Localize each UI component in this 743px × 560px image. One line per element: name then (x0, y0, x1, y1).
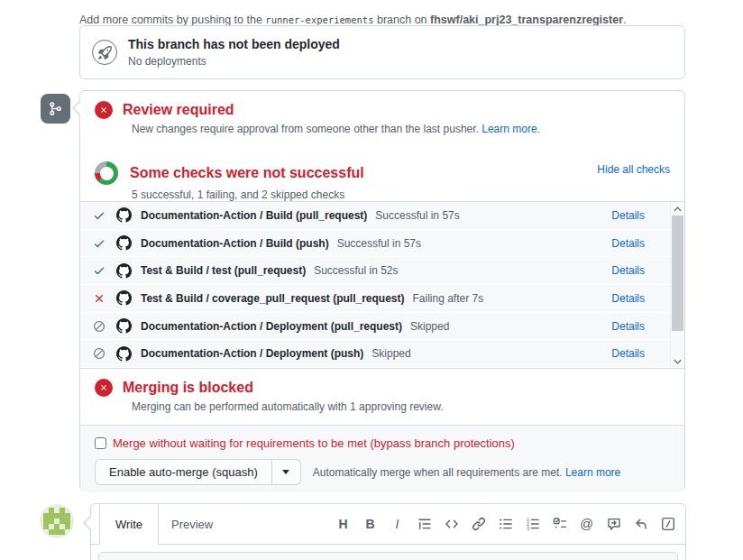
tab-write[interactable]: Write (99, 504, 159, 545)
markdown-toolbar: H B I 123 @ (335, 504, 675, 544)
git-branch-icon (48, 101, 63, 116)
branch-name: runner-experiements (265, 14, 373, 25)
auto-merge-learn-more-link[interactable]: Learn more (565, 466, 620, 479)
check-row: Documentation-Action / Deployment (push)… (80, 340, 684, 368)
check-row: Documentation-Action / Build (push) Succ… (80, 230, 684, 258)
hide-all-checks-link[interactable]: Hide all checks (597, 163, 670, 176)
heading-icon[interactable]: H (335, 517, 351, 532)
check-details-link[interactable]: Details (611, 264, 645, 277)
cross-reference-icon[interactable] (606, 517, 621, 532)
comment-header: Write Preview H B I 123 @ (91, 504, 685, 545)
merge-status-card: Review required New changes require appr… (79, 90, 685, 491)
deployment-card: This branch has not been deployed No dep… (79, 25, 685, 79)
checks-title: Some checks were not successful (130, 164, 364, 182)
merging-blocked-title: Merging is blocked (123, 379, 253, 397)
comment-composer: Write Preview H B I 123 @ (90, 503, 686, 560)
checks-summary: 5 successful, 1 failing, and 2 skipped c… (132, 188, 670, 201)
check-row: Test & Build / coverage_pull_request (pu… (80, 285, 684, 313)
list-ordered-icon[interactable]: 123 (525, 517, 540, 532)
github-actions-avatar (115, 289, 133, 308)
check-name: Documentation-Action / Build (push) (141, 237, 329, 250)
bypass-protections-label: Merge without waiting for requirements t… (113, 436, 515, 450)
auto-merge-dropdown-button[interactable] (271, 460, 300, 484)
check-row: Test & Build / test (pull_request) Succe… (80, 257, 684, 285)
check-row: Documentation-Action / Deployment (pull_… (80, 313, 684, 341)
check-result: Successful in 52s (314, 264, 398, 277)
merging-blocked-description: Merging can be performed automatically w… (132, 399, 670, 414)
check-details-link[interactable]: Details (611, 209, 645, 222)
check-success-icon (93, 237, 105, 250)
merge-actions-section: Merge without waiting for requirements t… (80, 425, 684, 492)
check-result: Successful in 57s (337, 237, 421, 250)
bold-icon[interactable]: B (362, 517, 378, 532)
check-name: Test & Build / test (pull_request) (141, 264, 306, 277)
check-name: Documentation-Action / Deployment (pull_… (141, 320, 402, 333)
reply-icon[interactable] (633, 517, 648, 532)
check-result: Successful in 57s (375, 209, 459, 222)
check-details-link[interactable]: Details (611, 320, 645, 333)
code-icon[interactable] (444, 517, 459, 532)
x-circle-icon (95, 101, 113, 119)
tasklist-icon[interactable] (552, 517, 567, 532)
check-skipped-icon (93, 347, 105, 360)
checks-scrollbar[interactable] (670, 202, 684, 368)
check-success-icon (93, 209, 105, 222)
push-hint-middle: branch on (377, 14, 427, 26)
bypass-protections-row[interactable]: Merge without waiting for requirements t… (95, 436, 670, 450)
slash-command-icon[interactable] (660, 517, 675, 532)
check-details-link[interactable]: Details (611, 292, 645, 305)
push-hint-prefix: Add more commits by pushing to the (79, 14, 262, 26)
scroll-down-button[interactable] (671, 354, 684, 368)
comment-body (91, 545, 685, 560)
link-icon[interactable] (471, 517, 486, 532)
checks-summary-section: Some checks were not successful 5 succes… (80, 149, 684, 201)
enable-auto-merge-button[interactable]: Enable auto-merge (squash) (96, 460, 271, 484)
check-name: Documentation-Action / Deployment (push) (141, 347, 363, 360)
rocket-icon (92, 40, 117, 65)
github-actions-avatar (115, 234, 133, 252)
check-failure-icon (93, 292, 105, 305)
check-result: Skipped (410, 320, 449, 333)
deployment-title: This branch has not been deployed (128, 37, 340, 52)
check-row: Documentation-Action / Build (pull_reque… (80, 202, 684, 230)
scroll-up-button[interactable] (671, 202, 684, 216)
mention-icon[interactable]: @ (579, 517, 594, 532)
auto-merge-hint: Automatically merge when all requirement… (313, 466, 621, 479)
review-learn-more-link[interactable]: Learn more. (482, 123, 540, 135)
checks-list: Documentation-Action / Build (pull_reque… (80, 201, 684, 368)
github-actions-avatar (115, 207, 133, 225)
user-avatar[interactable] (40, 504, 74, 538)
merging-blocked-section: Merging is blocked Merging can be perfor… (80, 368, 684, 425)
italic-icon[interactable]: I (390, 517, 405, 532)
check-result: Failing after 7s (413, 292, 484, 305)
check-name: Test & Build / coverage_pull_request (pu… (141, 292, 405, 305)
review-required-section: Review required New changes require appr… (80, 91, 684, 149)
deployment-subtitle: No deployments (128, 55, 340, 68)
github-actions-avatar (115, 317, 133, 335)
check-result: Skipped (372, 347, 410, 360)
list-unordered-icon[interactable] (498, 517, 513, 532)
review-required-title: Review required (123, 101, 234, 119)
checks-donut-icon (95, 161, 118, 185)
github-actions-avatar (115, 344, 133, 363)
github-actions-avatar (115, 262, 133, 280)
review-required-description: New changes require approval from someon… (132, 122, 670, 136)
x-circle-icon (95, 379, 113, 397)
check-success-icon (93, 264, 105, 277)
scrollbar-thumb[interactable] (672, 216, 683, 331)
repo-name: fhswf/aki_prj23_transparenzregister (430, 14, 623, 26)
git-merge-badge (41, 94, 70, 124)
svg-text:3: 3 (527, 526, 529, 531)
bypass-protections-checkbox[interactable] (95, 437, 106, 449)
check-details-link[interactable]: Details (611, 347, 645, 360)
chevron-down-icon (282, 470, 289, 478)
check-details-link[interactable]: Details (611, 237, 645, 250)
auto-merge-button-group: Enable auto-merge (squash) (95, 459, 301, 485)
comment-input[interactable] (98, 552, 678, 560)
check-skipped-icon (93, 320, 105, 333)
check-name: Documentation-Action / Build (pull_reque… (141, 209, 367, 222)
deployment-text: This branch has not been deployed No dep… (128, 37, 340, 68)
quote-icon[interactable] (417, 517, 432, 532)
tab-preview[interactable]: Preview (157, 504, 227, 544)
